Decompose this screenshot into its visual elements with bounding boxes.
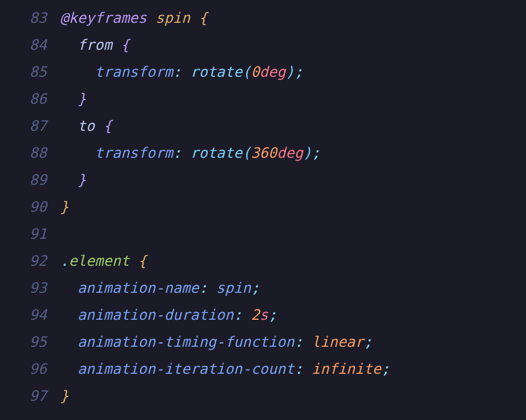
code-token: : [294,334,303,350]
code-token: linear [312,334,364,350]
line-number: 94 [0,302,47,329]
code-token: { [103,118,112,134]
code-token: : [294,361,303,377]
code-token: } [60,199,68,215]
code-token: ) [286,64,294,80]
code-token: element [68,253,129,269]
code-token: ; [312,145,320,161]
code-token: } [60,388,68,404]
code-token: ( [242,64,250,80]
code-token: . [60,253,68,269]
line-number: 84 [0,32,47,59]
indent [60,91,77,107]
code-token: infinite [312,361,381,377]
code-token: animation-name [77,280,199,296]
code-token: ) [303,145,312,161]
line-number: 88 [0,140,47,167]
code-token: rotate [190,145,243,161]
code-token: : [173,145,181,161]
line-number: 85 [0,59,47,86]
code-token [181,145,190,161]
code-line[interactable]: } [60,167,526,194]
code-token [95,118,103,134]
code-token: : [173,64,181,80]
code-line[interactable] [60,221,526,248]
code-token [208,280,216,296]
code-token: @keyframes [60,10,147,26]
indent [60,361,77,377]
indent [60,307,77,323]
code-token: s [259,307,268,323]
code-token: ; [364,334,372,350]
code-line[interactable]: } [60,86,526,113]
code-token: animation-iteration-count [77,361,294,377]
indent [60,118,77,134]
line-number: 95 [0,329,47,356]
code-token: { [121,37,129,53]
indent [60,280,77,296]
code-token: animation-duration [77,307,234,323]
code-token: spin [156,10,190,26]
code-line[interactable]: } [60,383,526,410]
code-line[interactable]: @keyframes spin { [60,5,526,32]
code-token: } [77,172,86,188]
line-number: 83 [0,5,47,32]
code-line[interactable]: animation-iteration-count: infinite; [60,356,526,383]
code-token: to [77,118,95,134]
line-number: 92 [0,248,47,275]
line-number: 97 [0,383,47,410]
indent [60,334,77,350]
indent [60,145,95,161]
code-token: deg [277,145,303,161]
code-token: animation-timing-function [77,334,294,350]
code-token: 2 [251,307,259,323]
code-token: ; [268,307,277,323]
code-token [130,253,138,269]
line-number: 87 [0,113,47,140]
code-token [147,10,156,26]
code-token [303,334,312,350]
code-line[interactable]: to { [60,113,526,140]
line-number: 96 [0,356,47,383]
code-token: transform [95,64,173,80]
code-line[interactable]: animation-duration: 2s; [60,302,526,329]
code-token [303,361,312,377]
line-number: 90 [0,194,47,221]
code-token [190,10,199,26]
code-line[interactable]: transform: rotate(0deg); [60,59,526,86]
line-number: 91 [0,221,47,248]
code-token: { [199,10,207,26]
code-token: : [234,307,242,323]
line-number-gutter: 838485868788899091929394959697 [0,0,60,420]
code-token: : [199,280,207,296]
code-token [112,37,121,53]
code-line[interactable]: transform: rotate(360deg); [60,140,526,167]
code-line[interactable]: .element { [60,248,526,275]
code-token: ( [242,145,250,161]
code-token: } [77,91,86,107]
code-token: from [77,37,112,53]
code-line[interactable]: animation-name: spin; [60,275,526,302]
code-token: 0 [251,64,259,80]
code-token: ; [294,64,303,80]
line-number: 86 [0,86,47,113]
code-token: rotate [190,64,243,80]
indent [60,37,77,53]
line-number: 93 [0,275,47,302]
code-token: 360 [251,145,277,161]
code-token: transform [95,145,173,161]
code-line[interactable]: animation-timing-function: linear; [60,329,526,356]
code-line[interactable]: from { [60,32,526,59]
code-token: ; [381,361,390,377]
code-token [242,307,250,323]
indent [60,172,77,188]
code-token: { [138,253,147,269]
code-token [181,64,190,80]
code-token: ; [251,280,259,296]
code-line[interactable]: } [60,194,526,221]
code-token: spin [216,280,251,296]
line-number: 89 [0,167,47,194]
code-area[interactable]: @keyframes spin { from { transform: rota… [60,0,526,420]
indent [60,64,95,80]
code-editor[interactable]: 838485868788899091929394959697 @keyframe… [0,0,526,420]
